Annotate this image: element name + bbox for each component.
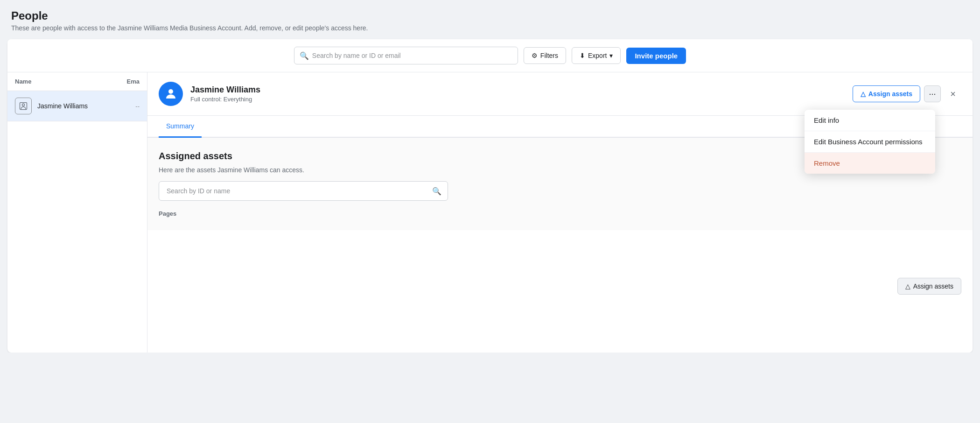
assign-icon: △ xyxy=(861,90,866,98)
person-dash: -- xyxy=(135,103,140,110)
export-icon: ⬇ xyxy=(580,52,585,59)
user-info: Jasmine Williams Full control: Everythin… xyxy=(190,85,845,103)
toolbar: 🔍 ⚙ Filters ⬇ Export ▾ Invite people xyxy=(7,39,973,72)
dropdown-remove[interactable]: Remove xyxy=(805,153,935,174)
more-options-button[interactable]: ··· xyxy=(924,85,941,102)
export-button[interactable]: ⬇ Export ▾ xyxy=(572,47,621,64)
dropdown-menu: Edit info Edit Business Account permissi… xyxy=(805,110,935,174)
page-title: People xyxy=(11,9,969,22)
col-name-header: Name xyxy=(15,78,127,85)
header-actions: △ Assign assets ··· × xyxy=(853,85,961,102)
dropdown-edit-info[interactable]: Edit info xyxy=(805,110,935,131)
people-list: Name Ema Jasmine Williams -- xyxy=(7,72,147,352)
svg-point-1 xyxy=(22,104,25,106)
user-role: Full control: Everything xyxy=(190,96,845,103)
close-icon: × xyxy=(950,89,956,99)
invite-label: Invite people xyxy=(635,52,678,60)
content-area: Name Ema Jasmine Williams -- xyxy=(7,72,973,352)
dropdown-edit-permissions[interactable]: Edit Business Account permissions xyxy=(805,131,935,153)
search-input[interactable] xyxy=(294,47,518,64)
list-item[interactable]: Jasmine Williams -- xyxy=(7,91,147,121)
assign-assets-secondary-label: Assign assets xyxy=(913,282,953,290)
tab-summary[interactable]: Summary xyxy=(159,116,202,138)
filters-label: Filters xyxy=(540,52,558,59)
filters-button[interactable]: ⚙ Filters xyxy=(524,47,566,64)
search-icon: 🔍 xyxy=(300,51,309,60)
person-name: Jasmine Williams xyxy=(37,102,130,110)
assign-assets-secondary-button[interactable]: △ Assign assets xyxy=(897,278,961,295)
page-subtitle: These are people with access to the Jasm… xyxy=(11,24,969,32)
more-icon: ··· xyxy=(929,89,936,99)
pages-label: Pages xyxy=(159,210,961,217)
user-name: Jasmine Williams xyxy=(190,85,845,95)
invite-people-button[interactable]: Invite people xyxy=(626,48,686,64)
search-wrapper: 🔍 xyxy=(294,47,518,64)
page-header: People These are people with access to t… xyxy=(0,0,980,39)
chevron-down-icon: ▾ xyxy=(609,52,613,59)
export-label: Export xyxy=(588,52,607,59)
svg-point-2 xyxy=(168,89,173,94)
assign-secondary-icon: △ xyxy=(905,282,910,290)
person-icon xyxy=(15,98,32,114)
close-button[interactable]: × xyxy=(945,85,961,102)
main-card: 🔍 ⚙ Filters ⬇ Export ▾ Invite people Nam… xyxy=(7,39,973,352)
assign-assets-label: Assign assets xyxy=(868,90,912,98)
list-header: Name Ema xyxy=(7,72,147,91)
assets-search-icon: 🔍 xyxy=(432,187,441,196)
avatar xyxy=(159,82,183,106)
assets-search-input[interactable] xyxy=(159,181,448,201)
assign-assets-button[interactable]: △ Assign assets xyxy=(853,85,920,102)
filters-icon: ⚙ xyxy=(532,52,538,59)
col-email-header: Ema xyxy=(127,78,140,85)
detail-panel: Jasmine Williams Full control: Everythin… xyxy=(147,72,973,352)
assets-search-wrapper: 🔍 xyxy=(159,181,961,201)
